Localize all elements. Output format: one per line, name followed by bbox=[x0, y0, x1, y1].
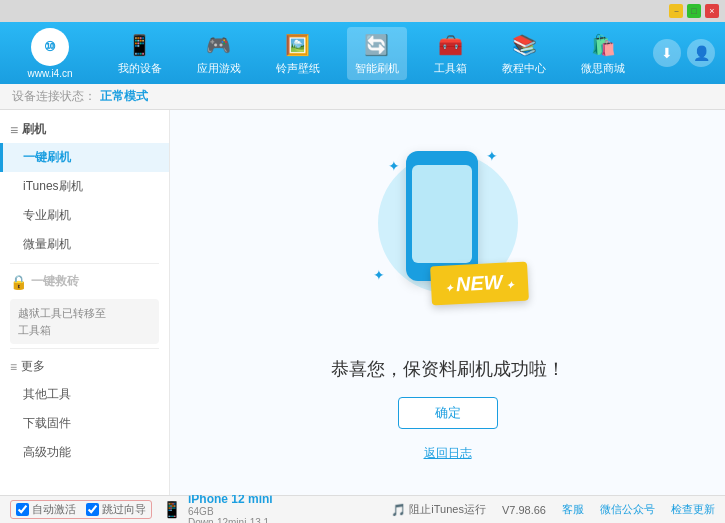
flash-section-icon: ≡ bbox=[10, 122, 18, 138]
top-navigation: ⑩ www.i4.cn 📱 我的设备 🎮 应用游戏 🖼️ 铃声壁纸 🔄 智能刷机… bbox=[0, 22, 725, 84]
sidebar-item-micro-flash[interactable]: 微量刷机 bbox=[0, 230, 169, 259]
tutorial-icon: 📚 bbox=[510, 31, 538, 59]
auto-activate-label: 自动激活 bbox=[32, 502, 76, 517]
skip-wizard-label: 跳过向导 bbox=[102, 502, 146, 517]
success-message: 恭喜您，保资料刷机成功啦！ bbox=[331, 357, 565, 381]
my-device-icon: 📱 bbox=[126, 31, 154, 59]
sidebar: ≡ 刷机 一键刷机 iTunes刷机 专业刷机 微量刷机 🔒 一键救砖 越狱工具… bbox=[0, 110, 170, 495]
device-phone-icon: 📱 bbox=[162, 500, 182, 519]
sparkle-3: ✦ bbox=[373, 267, 385, 283]
maximize-button[interactable]: □ bbox=[687, 4, 701, 18]
new-badge: NEW bbox=[430, 261, 529, 305]
device-storage: 64GB bbox=[188, 506, 273, 517]
sidebar-item-pro-flash[interactable]: 专业刷机 bbox=[0, 201, 169, 230]
rescue-lock-icon: 🔒 bbox=[10, 274, 27, 290]
rescue-notice: 越狱工具已转移至 工具箱 bbox=[10, 299, 159, 344]
sidebar-item-itunes-flash[interactable]: iTunes刷机 bbox=[0, 172, 169, 201]
device-info: iPhone 12 mini 64GB Down-12mini-13,1 bbox=[188, 492, 273, 524]
sidebar-item-other-tools[interactable]: 其他工具 bbox=[0, 380, 169, 409]
sidebar-item-one-key-flash[interactable]: 一键刷机 bbox=[0, 143, 169, 172]
smart-flash-icon: 🔄 bbox=[363, 31, 391, 59]
rescue-label: 一键救砖 bbox=[31, 273, 79, 290]
flash-section-title: ≡ 刷机 bbox=[0, 116, 169, 143]
logo-subtitle: www.i4.cn bbox=[27, 68, 72, 79]
wallpaper-icon: 🖼️ bbox=[284, 31, 312, 59]
more-section-icon: ≡ bbox=[10, 360, 17, 374]
bottom-left: 自动激活 跳过向导 📱 iPhone 12 mini 64GB Down-12m… bbox=[10, 492, 391, 524]
itunes-status: 🎵 阻止iTunes运行 bbox=[391, 502, 486, 517]
weibo-mall-icon: 🛍️ bbox=[589, 31, 617, 59]
minimize-button[interactable]: － bbox=[669, 4, 683, 18]
skip-wizard-checkbox[interactable] bbox=[86, 503, 99, 516]
toolbox-icon: 🧰 bbox=[437, 31, 465, 59]
app-logo: ⑩ www.i4.cn bbox=[10, 28, 90, 79]
main-content: ✦ ✦ ✦ NEW 恭喜您，保资料刷机成功啦！ 确定 返回日志 bbox=[170, 110, 725, 495]
status-bar: 设备连接状态： 正常模式 bbox=[0, 84, 725, 110]
status-label: 设备连接状态： bbox=[12, 88, 96, 105]
auto-activate-checkbox[interactable] bbox=[16, 503, 29, 516]
bottom-bar: 自动激活 跳过向导 📱 iPhone 12 mini 64GB Down-12m… bbox=[0, 495, 725, 523]
nav-right-buttons: ⬇ 👤 bbox=[653, 39, 715, 67]
checkbox-group: 自动激活 跳过向导 bbox=[10, 500, 152, 519]
version-text: V7.98.66 bbox=[502, 504, 546, 516]
nav-item-my-device-label: 我的设备 bbox=[118, 61, 162, 76]
weibo-link[interactable]: 微信公众号 bbox=[600, 502, 655, 517]
nav-item-smart-flash[interactable]: 🔄 智能刷机 bbox=[347, 27, 407, 80]
phone-illustration: ✦ ✦ ✦ NEW bbox=[368, 143, 528, 333]
device-model: Down-12mini-13,1 bbox=[188, 517, 273, 524]
nav-item-my-device[interactable]: 📱 我的设备 bbox=[110, 27, 170, 80]
close-button[interactable]: × bbox=[705, 4, 719, 18]
update-link[interactable]: 检查更新 bbox=[671, 502, 715, 517]
bottom-right: 🎵 阻止iTunes运行 V7.98.66 客服 微信公众号 检查更新 bbox=[391, 502, 715, 517]
itunes-icon: 🎵 bbox=[391, 503, 406, 517]
confirm-button[interactable]: 确定 bbox=[398, 397, 498, 429]
flash-section-label: 刷机 bbox=[22, 121, 46, 138]
status-value: 正常模式 bbox=[100, 88, 148, 105]
more-section-label: 更多 bbox=[21, 358, 45, 375]
phone-shape bbox=[406, 151, 478, 281]
sparkle-1: ✦ bbox=[388, 158, 400, 174]
phone-screen bbox=[412, 165, 472, 263]
sparkle-2: ✦ bbox=[486, 148, 498, 164]
one-key-rescue-section: 🔒 一键救砖 bbox=[0, 268, 169, 295]
nav-item-tutorial-label: 教程中心 bbox=[502, 61, 546, 76]
more-section-title: ≡ 更多 bbox=[0, 353, 169, 380]
auto-activate-checkbox-item[interactable]: 自动激活 bbox=[16, 502, 76, 517]
service-link[interactable]: 客服 bbox=[562, 502, 584, 517]
success-hero: ✦ ✦ ✦ NEW 恭喜您，保资料刷机成功啦！ 确定 返回日志 bbox=[331, 143, 565, 462]
user-button[interactable]: 👤 bbox=[687, 39, 715, 67]
nav-item-tutorial[interactable]: 📚 教程中心 bbox=[494, 27, 554, 80]
nav-item-wallpaper[interactable]: 🖼️ 铃声壁纸 bbox=[268, 27, 328, 80]
skip-wizard-checkbox-item[interactable]: 跳过向导 bbox=[86, 502, 146, 517]
logo-char: ⑩ bbox=[44, 39, 56, 54]
nav-item-weibo-mall[interactable]: 🛍️ 微思商城 bbox=[573, 27, 633, 80]
sidebar-divider-1 bbox=[10, 263, 159, 264]
nav-item-weibo-mall-label: 微思商城 bbox=[581, 61, 625, 76]
sidebar-item-download-firmware[interactable]: 下载固件 bbox=[0, 409, 169, 438]
window-title-bar: － □ × bbox=[0, 0, 725, 22]
nav-items-container: 📱 我的设备 🎮 应用游戏 🖼️ 铃声壁纸 🔄 智能刷机 🧰 工具箱 📚 教程中… bbox=[100, 27, 643, 80]
logo-circle: ⑩ bbox=[31, 28, 69, 66]
main-layout: ≡ 刷机 一键刷机 iTunes刷机 专业刷机 微量刷机 🔒 一键救砖 越狱工具… bbox=[0, 110, 725, 495]
nav-item-wallpaper-label: 铃声壁纸 bbox=[276, 61, 320, 76]
nav-item-toolbox-label: 工具箱 bbox=[434, 61, 467, 76]
itunes-label: 阻止iTunes运行 bbox=[409, 502, 486, 517]
apps-games-icon: 🎮 bbox=[205, 31, 233, 59]
download-button[interactable]: ⬇ bbox=[653, 39, 681, 67]
nav-item-toolbox[interactable]: 🧰 工具箱 bbox=[426, 27, 475, 80]
sidebar-item-advanced[interactable]: 高级功能 bbox=[0, 438, 169, 467]
back-to-log-link[interactable]: 返回日志 bbox=[424, 445, 472, 462]
device-row: 📱 iPhone 12 mini 64GB Down-12mini-13,1 bbox=[162, 492, 273, 524]
nav-item-apps-games[interactable]: 🎮 应用游戏 bbox=[189, 27, 249, 80]
nav-item-smart-flash-label: 智能刷机 bbox=[355, 61, 399, 76]
nav-item-apps-games-label: 应用游戏 bbox=[197, 61, 241, 76]
sidebar-divider-2 bbox=[10, 348, 159, 349]
